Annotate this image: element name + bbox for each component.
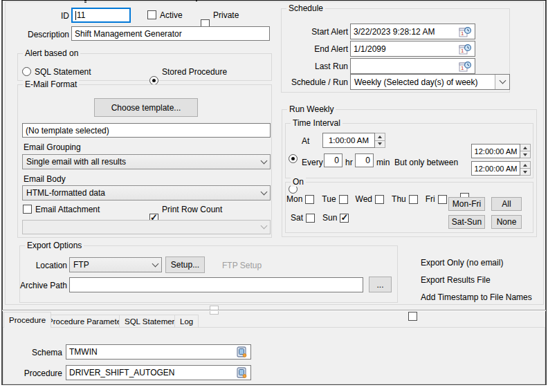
browse-button[interactable]: ... bbox=[369, 277, 392, 292]
description-input[interactable]: Shift Management Generator bbox=[71, 26, 270, 41]
time-interval-title: Time Interval bbox=[291, 118, 342, 128]
end-alert-input[interactable]: 1/1/2099 1 bbox=[350, 41, 475, 57]
spin-down-icon[interactable] bbox=[520, 168, 530, 175]
email-grouping-label: Email Grouping bbox=[24, 142, 81, 152]
location-select[interactable]: FTP bbox=[69, 257, 162, 272]
calendar-clock-icon[interactable]: 1 bbox=[458, 26, 472, 38]
on-title: On bbox=[291, 177, 306, 187]
email-grouping-select[interactable]: Single email with all results bbox=[22, 154, 271, 169]
mon-label: Mon bbox=[286, 194, 302, 204]
export-results-file-label: Export Results File bbox=[421, 275, 491, 285]
fri-checkbox[interactable] bbox=[438, 195, 447, 204]
email-format-group: E-Mail Format Choose template... (No tem… bbox=[17, 84, 272, 238]
between-to-spinner[interactable]: 12:00:00 AM bbox=[471, 161, 531, 176]
chevron-down-icon bbox=[261, 157, 268, 164]
last-run-input[interactable]: 1 bbox=[350, 58, 475, 74]
alert-based-on-title: Alert based on bbox=[23, 48, 80, 58]
sql-statement-radio[interactable] bbox=[22, 67, 31, 76]
mon-fri-button[interactable]: Mon-Fri bbox=[448, 197, 485, 211]
id-value: 11 bbox=[77, 10, 85, 20]
email-body-select[interactable]: HTML-formatted data bbox=[22, 185, 271, 200]
email-body-value: HTML-formatted data bbox=[26, 188, 262, 198]
lookup-magnifier-icon[interactable] bbox=[235, 346, 248, 358]
location-label: Location bbox=[19, 261, 67, 270]
every-hr-input[interactable]: 0 bbox=[324, 153, 342, 167]
procedure-input[interactable]: DRIVER_SHIFT_AUTOGEN bbox=[66, 365, 251, 380]
template-field: (No template selected) bbox=[22, 123, 271, 138]
active-checkbox[interactable] bbox=[147, 10, 156, 19]
procedure-value: DRIVER_SHIFT_AUTOGEN bbox=[69, 368, 235, 377]
export-options-group: Export Options bbox=[19, 245, 398, 303]
run-weekly-title: Run Weekly bbox=[287, 104, 336, 114]
sun-checkbox[interactable] bbox=[340, 214, 349, 223]
calendar-clock-icon[interactable]: 1 bbox=[458, 43, 472, 55]
mon-checkbox[interactable] bbox=[305, 195, 314, 204]
dropdown-button[interactable] bbox=[495, 75, 509, 89]
print-row-count-label: Print Row Count bbox=[162, 205, 222, 214]
schedule-run-select[interactable]: Weekly (Selected day(s) of week) bbox=[350, 74, 510, 90]
between-to-value[interactable]: 12:00:00 AM bbox=[471, 161, 520, 176]
chevron-down-icon bbox=[261, 188, 268, 195]
weekday-row: Mon Tue Wed Thu Fri bbox=[286, 194, 447, 204]
schema-value: TMWIN bbox=[69, 347, 235, 357]
spin-down-icon[interactable] bbox=[375, 140, 385, 148]
email-attachment-label: Email Attachment bbox=[35, 205, 100, 214]
chevron-down-icon bbox=[499, 77, 506, 84]
id-label: ID bbox=[42, 11, 69, 21]
at-radio[interactable] bbox=[289, 154, 298, 163]
wed-label: Wed bbox=[356, 194, 372, 204]
export-options-title: Export Options bbox=[25, 241, 84, 250]
spin-up-icon[interactable] bbox=[375, 133, 385, 140]
location-value: FTP bbox=[73, 260, 153, 270]
choose-template-button[interactable]: Choose template... bbox=[94, 98, 198, 117]
screenshot-root: ID 11 Active Private Description Shift M… bbox=[0, 0, 548, 392]
none-button[interactable]: None bbox=[491, 215, 522, 229]
sun-label: Sun bbox=[322, 213, 337, 223]
at-label: At bbox=[302, 136, 309, 146]
sat-checkbox[interactable] bbox=[306, 214, 315, 223]
every-min-input[interactable]: 0 bbox=[355, 153, 374, 167]
sql-statement-label: SQL Statement bbox=[35, 67, 91, 77]
spinner-buttons[interactable] bbox=[520, 144, 531, 158]
text-caret bbox=[75, 11, 76, 20]
schema-input[interactable]: TMWIN bbox=[66, 344, 251, 360]
thu-checkbox[interactable] bbox=[409, 195, 418, 204]
attachment-format-select-disabled bbox=[22, 220, 271, 234]
between-from-spinner[interactable]: 12:00:00 AM bbox=[471, 144, 531, 158]
schedule-run-value: Weekly (Selected day(s) of week) bbox=[354, 77, 495, 87]
email-attachment-checkbox[interactable] bbox=[23, 205, 32, 214]
tab-procedure[interactable]: Procedure bbox=[3, 312, 51, 328]
divider bbox=[2, 310, 546, 311]
at-time-spinner[interactable]: 1:00:00 AM bbox=[322, 133, 385, 148]
every-label: Every bbox=[302, 158, 323, 167]
weekend-row: Sat Sun bbox=[291, 213, 349, 223]
but-only-between-label: But only between bbox=[394, 158, 458, 167]
spin-up-icon[interactable] bbox=[520, 144, 530, 151]
tue-checkbox[interactable] bbox=[339, 195, 348, 204]
id-input[interactable]: 11 bbox=[71, 8, 131, 23]
calendar-clock-icon[interactable]: 1 bbox=[458, 60, 472, 73]
export-only-label: Export Only (no email) bbox=[421, 258, 503, 268]
tab-log[interactable]: Log bbox=[174, 315, 199, 328]
spin-down-icon[interactable] bbox=[520, 151, 530, 158]
spinner-buttons[interactable] bbox=[520, 161, 531, 176]
between-from-value[interactable]: 12:00:00 AM bbox=[471, 144, 520, 158]
archive-path-input[interactable] bbox=[69, 277, 363, 292]
hr-label: hr bbox=[345, 158, 353, 167]
lookup-magnifier-icon[interactable] bbox=[235, 367, 248, 379]
start-alert-input[interactable]: 3/22/2023 9:28:12 AM 1 bbox=[350, 24, 475, 39]
svg-text:1: 1 bbox=[461, 65, 464, 71]
export-only-checkbox[interactable] bbox=[408, 312, 417, 321]
spinner-buttons[interactable] bbox=[375, 133, 385, 148]
end-alert-value: 1/1/2099 bbox=[354, 44, 458, 54]
all-button[interactable]: All bbox=[491, 197, 522, 211]
last-run-label: Last Run bbox=[281, 62, 348, 71]
wed-checkbox[interactable] bbox=[375, 195, 384, 204]
schedule-title: Schedule bbox=[286, 3, 325, 13]
at-time-value[interactable]: 1:00:00 AM bbox=[322, 133, 375, 148]
email-format-title: E-Mail Format bbox=[23, 80, 79, 89]
description-label: Description bbox=[14, 30, 69, 39]
setup-button[interactable]: Setup... bbox=[165, 256, 205, 273]
sat-sun-button[interactable]: Sat-Sun bbox=[448, 215, 485, 229]
spin-up-icon[interactable] bbox=[520, 162, 530, 168]
